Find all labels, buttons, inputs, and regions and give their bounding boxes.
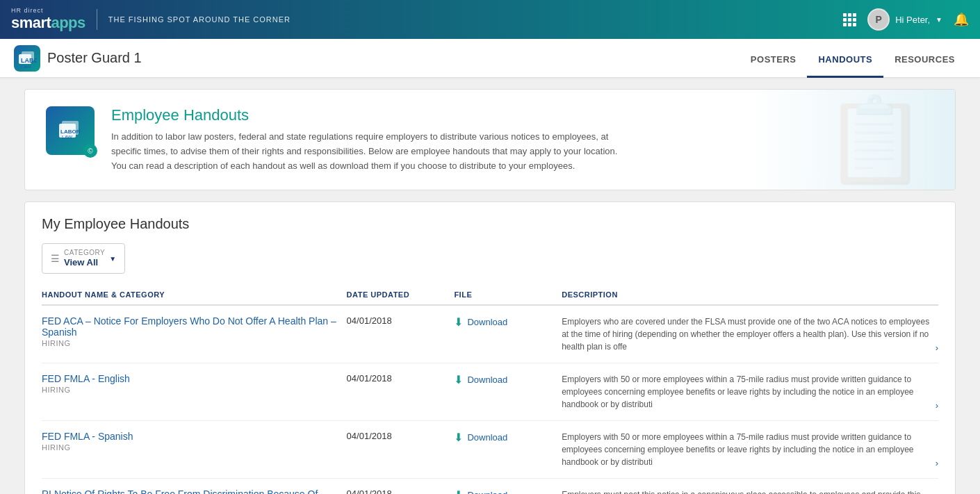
table-row: FED FMLA - Spanish HIRING 04/01/2018 ⬇ D… (42, 421, 938, 479)
desc-text-2: Employers with 50 or more employees with… (562, 431, 930, 468)
svg-text:LAW: LAW (62, 135, 72, 140)
download-icon-0: ⬇ (454, 315, 463, 329)
hero-text: Employee Handouts In addition to labor l… (111, 106, 619, 173)
handout-name-3[interactable]: RI Notice Of Rights To Be Free From Disc… (42, 488, 338, 494)
cell-file-3: ⬇ Download (454, 479, 562, 494)
top-nav-right: P Hi Peter, ▼ 🔔 (843, 8, 969, 31)
cell-date-1: 04/01/2018 (347, 363, 455, 421)
desc-more-icon-1[interactable]: › (936, 400, 938, 411)
company-name: THE FISHING SPOT AROUND THE CORNER (108, 15, 291, 24)
table-header-row: HANDOUT NAME & CATEGORY DATE UPDATED FIL… (42, 285, 938, 305)
table-row: RI Notice Of Rights To Be Free From Disc… (42, 479, 938, 494)
download-label-1: Download (467, 374, 507, 385)
handout-name-1[interactable]: FED FMLA - English (42, 373, 338, 384)
cell-name-0: FED ACA – Notice For Employers Who Do No… (42, 305, 347, 363)
user-menu[interactable]: P Hi Peter, ▼ (867, 8, 942, 31)
tab-resources[interactable]: RESOURCES (883, 54, 966, 78)
cell-desc-0: Employers who are covered under the FLSA… (562, 305, 938, 363)
handouts-section: My Employee Handouts ☰ CATEGORY View All… (24, 201, 956, 494)
download-label-3: Download (467, 490, 507, 494)
app-icon: LABOR LAW (14, 45, 40, 72)
sub-nav: LABOR LAW Poster Guard 1 POSTERS HANDOUT… (0, 39, 980, 78)
tab-posters[interactable]: POSTERS (740, 54, 808, 78)
cell-file-0: ⬇ Download (454, 305, 562, 363)
apps-grid-icon[interactable] (843, 13, 856, 26)
desc-text-1: Employers with 50 or more employees with… (562, 373, 930, 411)
table-row: FED FMLA - English HIRING 04/01/2018 ⬇ D… (42, 363, 938, 421)
download-icon-2: ⬇ (454, 431, 463, 444)
hero-card: 📋 LABOR LAW © Employee Handouts In addit… (24, 89, 956, 190)
cell-date-2: 04/01/2018 (347, 421, 455, 479)
cell-desc-1: Employers with 50 or more employees with… (562, 363, 938, 421)
svg-text:LABOR: LABOR (60, 129, 81, 135)
desc-more-icon-0[interactable]: › (936, 343, 938, 353)
cell-name-1: FED FMLA - English HIRING (42, 363, 347, 421)
handout-category-0: HIRING (42, 339, 338, 347)
handout-name-2[interactable]: FED FMLA - Spanish (42, 431, 338, 442)
download-button-0[interactable]: ⬇ Download (454, 315, 507, 329)
col-header-desc[interactable]: DESCRIPTION (562, 285, 938, 305)
chevron-down-icon: ▼ (109, 255, 116, 263)
cell-date-0: 04/01/2018 (347, 305, 455, 363)
handout-category-2: HIRING (42, 443, 338, 452)
handout-category-1: HIRING (42, 386, 338, 394)
user-name: Hi Peter, (895, 15, 930, 25)
desc-text-3: Employers must post this notice in a con… (562, 488, 930, 494)
col-header-name[interactable]: HANDOUT NAME & CATEGORY (42, 285, 347, 305)
cell-name-2: FED FMLA - Spanish HIRING (42, 421, 347, 479)
cell-date-3: 04/01/2018 (347, 479, 455, 494)
hero-bg-icon: 📋 (823, 91, 927, 189)
svg-text:LAW: LAW (21, 65, 31, 68)
main-content: 📋 LABOR LAW © Employee Handouts In addit… (10, 78, 970, 494)
nav-divider (97, 9, 97, 30)
filter-label: CATEGORY (64, 248, 105, 257)
hero-icon: LABOR LAW © (46, 106, 95, 155)
chevron-down-icon: ▼ (936, 16, 942, 24)
handouts-table-wrap[interactable]: HANDOUT NAME & CATEGORY DATE UPDATED FIL… (42, 285, 938, 494)
cell-name-3: RI Notice Of Rights To Be Free From Disc… (42, 479, 347, 494)
col-header-file[interactable]: FILE (454, 285, 562, 305)
col-header-date[interactable]: DATE UPDATED (347, 285, 455, 305)
page-title: Poster Guard 1 (47, 50, 142, 66)
handout-name-0[interactable]: FED ACA – Notice For Employers Who Do No… (42, 315, 338, 338)
desc-more-icon-2[interactable]: › (936, 458, 938, 468)
desc-text-0: Employers who are covered under the FLSA… (562, 315, 930, 353)
sub-nav-brand: LABOR LAW Poster Guard 1 (14, 45, 142, 72)
logo-text: smartapps (11, 15, 85, 31)
download-icon-1: ⬇ (454, 373, 463, 386)
download-icon-3: ⬇ (454, 488, 463, 494)
handouts-table: HANDOUT NAME & CATEGORY DATE UPDATED FIL… (42, 285, 938, 494)
cell-desc-3: Employers must post this notice in a con… (562, 479, 938, 494)
cell-file-2: ⬇ Download (454, 421, 562, 479)
cell-desc-2: Employers with 50 or more employees with… (562, 421, 938, 479)
filter-value: View All (64, 257, 98, 269)
table-row: FED ACA – Notice For Employers Who Do No… (42, 305, 938, 363)
tab-handouts[interactable]: HANDOUTS (807, 54, 883, 78)
download-button-1[interactable]: ⬇ Download (454, 373, 507, 386)
avatar: P (867, 8, 890, 31)
download-label-2: Download (467, 432, 507, 443)
filter-icon: ☰ (51, 253, 60, 264)
download-label-0: Download (467, 317, 507, 327)
notification-bell-icon[interactable]: 🔔 (954, 12, 969, 27)
logo-accent: apps (51, 14, 85, 31)
hero-title: Employee Handouts (111, 106, 619, 124)
sub-nav-links: POSTERS HANDOUTS RESOURCES (740, 39, 966, 78)
hero-body: In addition to labor law posters, federa… (111, 130, 619, 173)
svg-text:LABOR: LABOR (21, 57, 37, 64)
category-filter-button[interactable]: ☰ CATEGORY View All ▼ (42, 243, 125, 274)
hero-icon-badge: © (83, 144, 97, 158)
top-nav: HR direct smartapps THE FISHING SPOT ARO… (0, 0, 980, 39)
logo[interactable]: HR direct smartapps (11, 8, 85, 31)
cell-file-1: ⬇ Download (454, 363, 562, 421)
download-button-3[interactable]: ⬇ Download (454, 488, 507, 494)
section-title: My Employee Handouts (42, 216, 938, 232)
download-button-2[interactable]: ⬇ Download (454, 431, 507, 444)
